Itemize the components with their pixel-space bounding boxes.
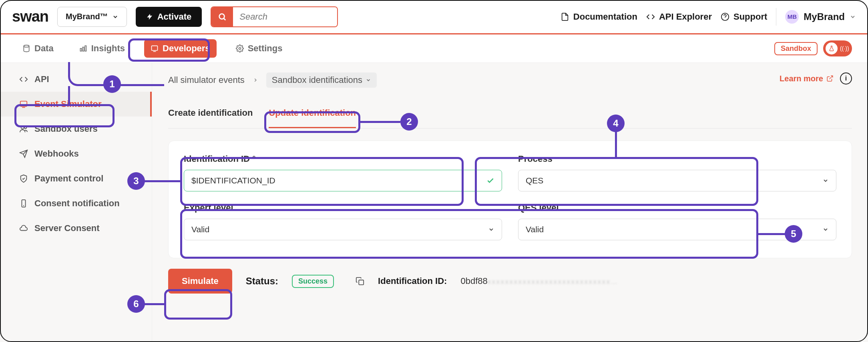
sandbox-badge: Sandbox: [774, 42, 818, 55]
form-card: Identification ID * $IDENTIFICATION_ID P…: [168, 141, 852, 258]
search-input[interactable]: [233, 7, 337, 26]
identification-id-value: $IDENTIFICATION_ID: [191, 176, 275, 185]
code-icon: [646, 12, 655, 21]
sidebar-consent-notification-label: Consent notification: [34, 198, 120, 209]
identification-id-out-label: Identification ID:: [378, 276, 447, 286]
svg-line-1: [224, 18, 226, 20]
process-select[interactable]: QES: [518, 170, 836, 191]
qes-level-label: QES level: [518, 203, 836, 213]
field-expert-level: Expert level Valid: [184, 203, 502, 240]
chevron-down-icon: [822, 226, 829, 233]
annotation-number-1: 1: [103, 75, 121, 93]
process-label: Process: [518, 154, 836, 164]
documentation-label: Documentation: [573, 12, 637, 22]
bolt-icon: [146, 13, 153, 20]
nav-settings[interactable]: Settings: [229, 39, 289, 58]
search[interactable]: [211, 6, 338, 27]
chevron-down-icon: [822, 177, 829, 184]
brand-select[interactable]: MyBrand™: [57, 7, 127, 27]
brand-select-label: MyBrand™: [66, 12, 108, 21]
svg-rect-8: [152, 46, 158, 50]
identification-id-input[interactable]: $IDENTIFICATION_ID: [184, 170, 502, 191]
document-icon: [561, 12, 569, 21]
sidebar-item-webhooks[interactable]: Webhooks: [0, 141, 152, 166]
expert-level-value: Valid: [191, 225, 209, 234]
breadcrumb-current[interactable]: Sandbox identifications: [266, 72, 377, 88]
footer-row: Simulate Status: Success Identification …: [168, 269, 852, 294]
separator: [776, 8, 776, 26]
annotation-number-4: 4: [607, 115, 625, 132]
webhook-icon: [19, 149, 28, 158]
expert-level-select[interactable]: Valid: [184, 219, 502, 240]
database-icon: [22, 44, 30, 52]
sidebar-item-sandbox-users[interactable]: Sandbox users: [0, 117, 152, 141]
annotation-line-3: [144, 180, 180, 182]
main-panel: All simulator events Sandbox identificat…: [152, 63, 868, 342]
broadcast-icon: ((·)): [840, 45, 849, 52]
nav-data-label: Data: [34, 43, 54, 54]
phone-icon: [19, 199, 28, 208]
breadcrumb-all[interactable]: All simulator events: [168, 75, 245, 85]
sidebar-item-consent-notification[interactable]: Consent notification: [0, 191, 152, 216]
annotation-line-6: [144, 303, 164, 305]
activate-button[interactable]: Activate: [136, 7, 202, 27]
cloud-icon: [19, 224, 28, 233]
simulate-button[interactable]: Simulate: [168, 269, 232, 294]
help-icon: [721, 12, 729, 21]
chart-icon: [79, 44, 87, 52]
chevron-down-icon: [850, 14, 856, 20]
documentation-link[interactable]: Documentation: [561, 12, 637, 22]
nav-developers[interactable]: Developers: [144, 39, 217, 58]
nav-insights[interactable]: Insights: [73, 39, 131, 58]
api-explorer-label: API Explorer: [659, 12, 712, 22]
users-icon: [19, 125, 28, 133]
search-icon[interactable]: [211, 7, 233, 26]
nav-data[interactable]: Data: [16, 39, 60, 58]
expert-level-label: Expert level: [184, 203, 502, 213]
svg-line-17: [830, 76, 833, 79]
copy-icon[interactable]: [356, 277, 364, 286]
svg-rect-18: [359, 280, 364, 285]
breadcrumb: All simulator events Sandbox identificat…: [168, 72, 852, 88]
process-value: QES: [526, 176, 543, 185]
learn-more-label: Learn more: [780, 74, 823, 83]
support-link[interactable]: Support: [721, 12, 767, 22]
sidebar-webhooks-label: Webhooks: [34, 149, 79, 159]
topbar: swan MyBrand™ Activate Documentation API…: [0, 0, 868, 34]
chevron-down-icon: [488, 226, 494, 233]
account-menu[interactable]: MB MyBrand: [785, 10, 856, 24]
gear-icon: [236, 44, 244, 52]
annotation-number-2: 2: [400, 113, 418, 131]
status-badge: Success: [292, 275, 334, 288]
qes-level-value: Valid: [526, 225, 544, 234]
learn-more-link[interactable]: Learn more: [780, 74, 834, 83]
tabs: Create identification Update identificat…: [168, 102, 852, 129]
live-toggle[interactable]: ((·)): [823, 40, 852, 56]
tab-update-identification[interactable]: Update identification: [269, 102, 356, 128]
svg-point-4: [24, 45, 29, 47]
code-icon: [19, 75, 28, 84]
nav-insights-label: Insights: [91, 43, 125, 54]
svg-point-14: [24, 127, 27, 129]
svg-rect-6: [82, 47, 84, 51]
annotation-number-5: 5: [785, 225, 802, 243]
info-icon[interactable]: i: [840, 72, 852, 84]
breadcrumb-current-label: Sandbox identifications: [272, 75, 362, 85]
annotation-line-5: [758, 233, 786, 235]
field-identification-id: Identification ID * $IDENTIFICATION_ID: [184, 154, 502, 191]
svg-rect-15: [22, 200, 25, 207]
sidebar-payment-control-label: Payment control: [34, 173, 103, 184]
identification-id-out-value: 0bdf88xxxxxxxxxxxxxxxxxxxxxxxxxxxx…: [460, 276, 618, 286]
sidebar-item-event-simulator[interactable]: Event Simulator: [0, 92, 152, 117]
tab-create-identification[interactable]: Create identification: [168, 102, 253, 128]
api-explorer-link[interactable]: API Explorer: [646, 12, 712, 22]
flask-icon: [826, 42, 838, 54]
activate-label: Activate: [157, 12, 192, 22]
sidebar-item-server-consent[interactable]: Server Consent: [0, 216, 152, 241]
field-process: Process QES: [518, 154, 836, 191]
shield-icon: [19, 174, 28, 183]
sidebar-sandbox-users-label: Sandbox users: [34, 124, 98, 134]
svg-rect-11: [20, 101, 27, 107]
sidebar-api-label: API: [34, 74, 49, 84]
svg-point-0: [219, 14, 225, 19]
